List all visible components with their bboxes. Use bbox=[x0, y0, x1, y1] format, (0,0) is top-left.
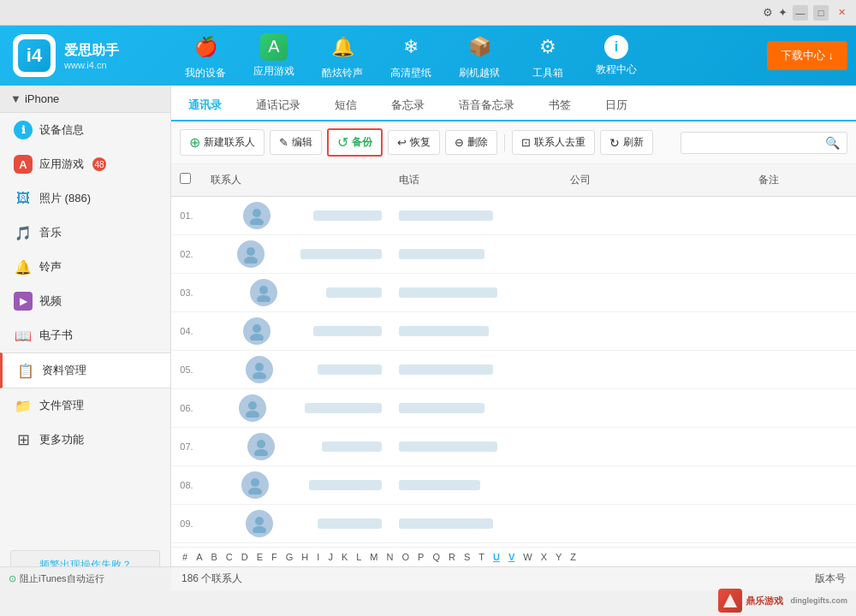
bell-icon: 🔔 bbox=[327, 32, 358, 62]
refresh-button[interactable]: ↻ 刷新 bbox=[600, 130, 653, 155]
download-button[interactable]: 下载中心 ↓ bbox=[767, 41, 847, 70]
table-row[interactable]: 05. bbox=[171, 351, 856, 389]
alpha-char-l[interactable]: L bbox=[354, 551, 364, 563]
app-url: www.i4.cn bbox=[64, 60, 119, 70]
alpha-char-h[interactable]: H bbox=[299, 551, 311, 563]
nav-toolbox[interactable]: ⚙ 工具箱 bbox=[514, 26, 582, 86]
alpha-char-z[interactable]: Z bbox=[568, 551, 579, 563]
restore-button[interactable]: ↩ 恢复 bbox=[388, 130, 440, 155]
search-input[interactable] bbox=[688, 137, 825, 149]
table-row[interactable]: 08. bbox=[171, 466, 856, 505]
alpha-char-r[interactable]: R bbox=[446, 551, 458, 563]
nav-app-games[interactable]: A 应用游戏 bbox=[240, 26, 308, 86]
sidebar-item-music[interactable]: 🎵 音乐 bbox=[0, 216, 170, 250]
sidebar-item-file-management[interactable]: 📁 文件管理 bbox=[0, 388, 170, 423]
table-row[interactable]: 02. bbox=[171, 235, 856, 274]
svg-point-2 bbox=[247, 247, 255, 256]
nav-tutorial[interactable]: i 教程中心 bbox=[582, 26, 651, 86]
table-row[interactable]: 04. bbox=[171, 312, 856, 351]
sidebar-item-videos[interactable]: ▶ 视频 bbox=[0, 284, 170, 318]
info-icon: i bbox=[604, 35, 628, 59]
sidebar-item-photos[interactable]: 🖼 照片 (886) bbox=[0, 181, 170, 216]
sidebar-ringtones-label: 铃声 bbox=[39, 259, 62, 275]
sidebar-item-app-games[interactable]: A 应用游戏 48 bbox=[0, 147, 170, 181]
table-row[interactable]: 07. bbox=[171, 428, 856, 466]
tab-bookmarks[interactable]: 书签 bbox=[532, 91, 588, 121]
backup-button[interactable]: ↺ 备份 bbox=[327, 128, 383, 157]
alpha-char-w[interactable]: W bbox=[520, 551, 534, 563]
tab-call-log[interactable]: 通话记录 bbox=[239, 91, 318, 121]
alpha-char-j[interactable]: J bbox=[325, 551, 336, 563]
settings-icon[interactable]: ⚙ bbox=[763, 6, 773, 19]
company-cell bbox=[562, 364, 750, 375]
svg-point-17 bbox=[253, 526, 266, 533]
sidebar-item-ebooks[interactable]: 📖 电子书 bbox=[0, 318, 170, 352]
watermark-label: 鼎乐游戏 bbox=[746, 595, 783, 607]
sidebar-item-device-info[interactable]: ℹ 设备信息 bbox=[0, 113, 170, 147]
delete-label: 删除 bbox=[467, 135, 488, 150]
edit-button[interactable]: ✎ 编辑 bbox=[270, 130, 322, 155]
avatar bbox=[237, 240, 265, 268]
alpha-char-#[interactable]: # bbox=[180, 551, 190, 563]
alpha-char-x[interactable]: X bbox=[538, 551, 550, 563]
sidebar-music-label: 音乐 bbox=[39, 225, 62, 240]
table-row[interactable]: 09. bbox=[171, 505, 856, 543]
export-button[interactable]: ⊡ 联系人去重 bbox=[512, 130, 595, 155]
alpha-char-o[interactable]: O bbox=[399, 551, 412, 563]
alpha-char-a[interactable]: A bbox=[193, 551, 205, 563]
restore-label: 恢复 bbox=[410, 135, 431, 150]
table-row[interactable]: 03. bbox=[171, 274, 856, 312]
sidebar-photos-label: 照片 (886) bbox=[39, 191, 91, 206]
alpha-char-v[interactable]: V bbox=[506, 551, 517, 563]
alpha-char-u[interactable]: U bbox=[490, 551, 502, 563]
sidebar-item-data-management[interactable]: 📋 资料管理 bbox=[0, 352, 170, 388]
nav-jailbreak[interactable]: 📦 刷机越狱 bbox=[445, 26, 514, 86]
tab-calendar[interactable]: 日历 bbox=[588, 91, 645, 121]
minimize-button[interactable]: — bbox=[793, 5, 808, 21]
alpha-char-k[interactable]: K bbox=[339, 551, 350, 563]
close-button[interactable]: ✕ bbox=[834, 5, 849, 21]
app-icon: A bbox=[260, 33, 288, 61]
logo-texts: 爱思助手 www.i4.cn bbox=[64, 42, 119, 70]
alpha-char-i[interactable]: I bbox=[314, 551, 322, 563]
tab-voice-memo[interactable]: 语音备忘录 bbox=[442, 91, 532, 121]
sidebar-item-ringtones[interactable]: 🔔 铃声 bbox=[0, 250, 170, 284]
title-bar: ⚙ ✦ — □ ✕ bbox=[0, 0, 856, 26]
alpha-char-y[interactable]: Y bbox=[553, 551, 564, 563]
tab-notes[interactable]: 备忘录 bbox=[374, 91, 442, 121]
alpha-char-p[interactable]: P bbox=[415, 551, 426, 563]
alpha-char-d[interactable]: D bbox=[239, 551, 251, 563]
phone-cell bbox=[390, 205, 562, 226]
alpha-char-e[interactable]: E bbox=[254, 551, 265, 563]
alpha-char-g[interactable]: G bbox=[283, 551, 296, 563]
alpha-char-m[interactable]: M bbox=[367, 551, 380, 563]
nav-ringtone[interactable]: 🔔 酷炫铃声 bbox=[308, 26, 377, 86]
tab-sms[interactable]: 短信 bbox=[318, 91, 374, 121]
alpha-char-q[interactable]: Q bbox=[430, 551, 443, 563]
alpha-char-c[interactable]: C bbox=[223, 551, 235, 563]
delete-button[interactable]: ⊖ 删除 bbox=[445, 130, 497, 155]
nav-wallpaper[interactable]: ❄ 高清壁纸 bbox=[377, 26, 445, 86]
music-icon: 🎵 bbox=[14, 223, 33, 242]
new-contact-button[interactable]: ⊕ 新建联系人 bbox=[180, 129, 265, 156]
notes-cell bbox=[750, 480, 856, 490]
maximize-button[interactable]: □ bbox=[813, 5, 829, 21]
avatar bbox=[239, 394, 266, 422]
alpha-char-n[interactable]: N bbox=[384, 551, 396, 563]
settings2-icon[interactable]: ✦ bbox=[778, 6, 788, 19]
logo-inner: i4 bbox=[18, 39, 51, 72]
alpha-char-f[interactable]: F bbox=[269, 551, 280, 563]
alpha-char-s[interactable]: S bbox=[461, 551, 473, 563]
nav-my-device[interactable]: 🍎 我的设备 bbox=[171, 26, 240, 86]
contact-cell bbox=[202, 197, 390, 234]
select-all-checkbox[interactable] bbox=[180, 173, 191, 184]
tab-contacts[interactable]: 通讯录 bbox=[171, 91, 239, 121]
logo-area: i4 爱思助手 www.i4.cn bbox=[0, 34, 171, 77]
alpha-char-b[interactable]: B bbox=[208, 551, 219, 563]
table-row[interactable]: 01. bbox=[171, 197, 856, 235]
sidebar-item-more-features[interactable]: ⊞ 更多功能 bbox=[0, 423, 170, 457]
svg-point-11 bbox=[246, 411, 259, 418]
alpha-char-t[interactable]: T bbox=[476, 551, 487, 563]
watermark-site: dinglegifts.com bbox=[790, 596, 847, 605]
table-row[interactable]: 06. bbox=[171, 389, 856, 428]
